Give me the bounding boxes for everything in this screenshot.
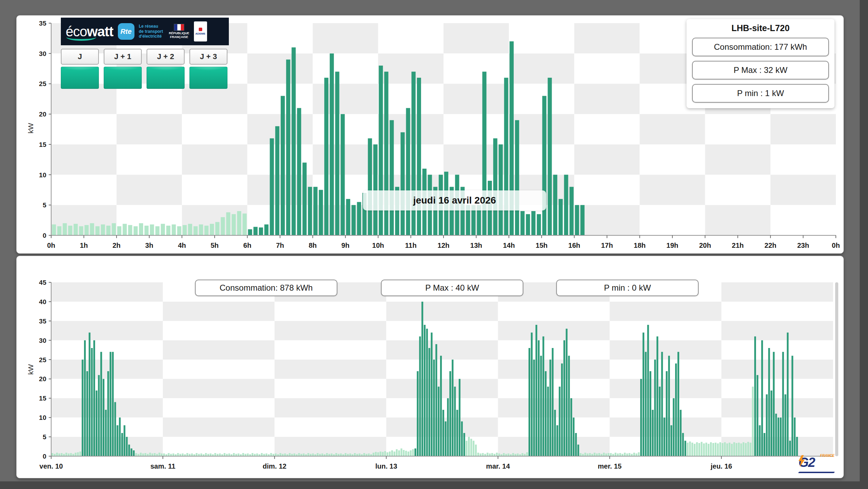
svg-text:0h: 0h — [832, 242, 840, 249]
gov-label: RÉPUBLIQUE FRANÇAISE — [169, 31, 189, 39]
forecast-tab-j3[interactable]: J + 3 — [189, 49, 227, 65]
svg-text:45: 45 — [39, 279, 47, 286]
svg-text:1h: 1h — [80, 242, 88, 249]
svg-text:0h: 0h — [47, 242, 55, 249]
rte-logo: Rte — [118, 23, 134, 40]
svg-text:20: 20 — [39, 111, 46, 118]
forecast-tab-j1[interactable]: J + 1 — [104, 49, 142, 65]
chart-checker — [51, 282, 833, 456]
svg-text:mar. 14: mar. 14 — [486, 462, 510, 470]
date-overlay: jeudi 16 avril 2026 — [363, 190, 546, 210]
svg-text:10h: 10h — [372, 242, 384, 249]
svg-text:sam. 11: sam. 11 — [150, 462, 175, 470]
svg-text:21h: 21h — [732, 242, 744, 249]
stat-pmax-day: P Max : 32 kW — [692, 61, 829, 79]
day-chart-panel: 051015202530350h1h2h3h4h5h6h7h8h9h10h11h… — [16, 15, 844, 254]
svg-text:15h: 15h — [536, 242, 548, 249]
french-government-logo: RÉPUBLIQUE FRANÇAISE — [169, 24, 189, 39]
svg-text:mer. 15: mer. 15 — [598, 462, 622, 470]
day-chart-ylabel: kW — [27, 123, 35, 133]
week-chart-panel: 051015202530354045ven. 10sam. 11dim. 12l… — [16, 256, 844, 478]
svg-text:20: 20 — [39, 375, 46, 383]
svg-text:12h: 12h — [438, 242, 449, 249]
svg-text:35: 35 — [39, 20, 47, 27]
forecast-thumbnail-j3[interactable] — [189, 67, 227, 89]
svg-text:dim. 12: dim. 12 — [263, 462, 287, 470]
site-name: LHB-site-L720 — [692, 23, 829, 33]
svg-text:16h: 16h — [568, 242, 580, 249]
svg-text:ven. 10: ven. 10 — [39, 462, 63, 470]
svg-text:2h: 2h — [112, 242, 120, 249]
stat-pmin-week: P min : 0 kW — [556, 280, 699, 296]
rte-tagline-line1: Le réseau — [139, 24, 163, 29]
rte-tagline-line2: de transport — [139, 29, 163, 34]
ecowatt-wordmark: écowatt — [66, 24, 113, 39]
forecast-thumbnail-j2[interactable] — [147, 67, 185, 89]
ademe-mark-icon — [199, 28, 202, 31]
svg-text:25: 25 — [39, 356, 47, 364]
stat-pmax-week: P Max : 40 kW — [381, 280, 523, 296]
svg-text:5: 5 — [43, 201, 46, 209]
stat-consommation-week: Consommation: 878 kWh — [195, 280, 337, 296]
forecast-thumbnail-j1[interactable] — [104, 67, 142, 89]
svg-text:22h: 22h — [765, 242, 776, 249]
french-flag-icon — [174, 24, 184, 30]
svg-text:15: 15 — [39, 141, 47, 148]
window-edge-right — [860, 0, 868, 489]
svg-text:18h: 18h — [634, 242, 645, 249]
svg-text:20h: 20h — [699, 242, 711, 249]
g2e-bolt-icon — [798, 455, 805, 467]
stat-pmin-day: P min : 1 kW — [692, 84, 829, 103]
svg-text:10: 10 — [39, 414, 46, 421]
svg-text:0: 0 — [43, 232, 46, 239]
svg-text:30: 30 — [39, 337, 46, 344]
svg-text:30: 30 — [39, 50, 46, 57]
ecowatt-swoosh-icon — [66, 34, 96, 41]
svg-text:8h: 8h — [309, 242, 317, 249]
ecowatt-logo: écowatt Rte Le réseau de transport d'éle… — [61, 18, 229, 45]
week-chart-ylabel: kW — [27, 364, 35, 375]
desktop: { "site": { "name": "LHB-site-L720" }, "… — [0, 0, 868, 489]
ademe-logo: ADEME — [194, 21, 207, 41]
svg-text:17h: 17h — [601, 242, 613, 249]
forecast-tab-j2[interactable]: J + 2 — [147, 49, 185, 65]
rte-tagline: Le réseau de transport d'électricité — [139, 24, 163, 39]
site-stats-card: LHB-site-L720 Consommation: 177 kWh P Ma… — [687, 19, 834, 108]
g2e-country-label: FRANCE — [820, 454, 834, 458]
svg-text:40: 40 — [39, 298, 46, 305]
svg-text:4h: 4h — [178, 242, 186, 249]
svg-text:15: 15 — [39, 395, 47, 402]
svg-text:13h: 13h — [470, 242, 482, 249]
forecast-tab-j[interactable]: J — [61, 49, 99, 65]
svg-text:14h: 14h — [503, 242, 515, 249]
g2e-underline — [798, 472, 835, 473]
rte-tagline-line3: d'électricité — [139, 34, 163, 39]
svg-text:lun. 13: lun. 13 — [375, 462, 397, 470]
svg-text:3h: 3h — [145, 242, 153, 249]
svg-text:11h: 11h — [405, 242, 417, 249]
svg-text:35: 35 — [39, 318, 47, 325]
svg-text:5: 5 — [43, 433, 46, 441]
forecast-thumbnail-j[interactable] — [61, 67, 99, 89]
forecast-tabs: J J + 1 J + 2 J + 3 — [61, 49, 227, 65]
svg-text:0: 0 — [43, 453, 46, 460]
svg-text:19h: 19h — [666, 242, 678, 249]
svg-text:25: 25 — [39, 80, 47, 87]
window-edge-bottom — [0, 481, 868, 489]
g2e-logo: G2 FRANCE — [799, 455, 834, 474]
gov-line2: FRANÇAISE — [170, 35, 188, 39]
gov-line1: RÉPUBLIQUE — [169, 31, 189, 35]
stat-consommation-day: Consommation: 177 kWh — [692, 38, 829, 56]
chart-scrollbar[interactable] — [835, 282, 838, 456]
svg-text:9h: 9h — [342, 242, 349, 249]
svg-text:jeu. 16: jeu. 16 — [710, 462, 732, 470]
svg-text:5h: 5h — [211, 242, 218, 249]
svg-text:7h: 7h — [276, 242, 284, 249]
ademe-label: ADEME — [195, 32, 205, 35]
forecast-thumbnails — [61, 67, 227, 89]
svg-text:23h: 23h — [797, 242, 809, 249]
svg-text:6h: 6h — [243, 242, 251, 249]
svg-text:10: 10 — [39, 171, 46, 179]
